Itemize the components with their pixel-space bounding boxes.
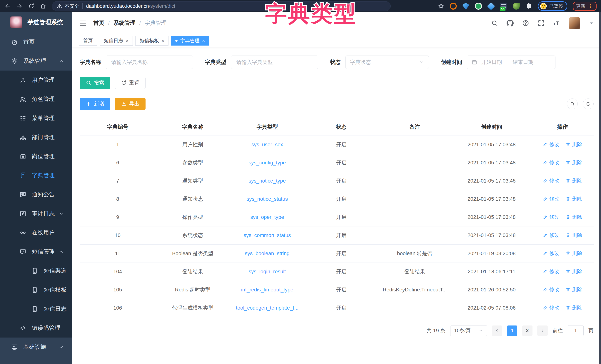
edit-link[interactable]: 修改 (543, 232, 559, 238)
edit-link[interactable]: 修改 (543, 177, 559, 184)
delete-link[interactable]: 删除 (566, 286, 582, 293)
reset-button[interactable]: 重置 (115, 77, 146, 89)
dict-type-link[interactable]: inf_redis_timeout_type (241, 287, 293, 293)
toggle-search-button[interactable] (567, 99, 578, 109)
edit-link[interactable]: 修改 (543, 250, 559, 257)
dict-type-link[interactable]: sys_notice_status (247, 196, 288, 202)
dict-type-link[interactable]: sys_login_result (249, 269, 286, 274)
edit-link[interactable]: 修改 (543, 195, 559, 202)
paused-extension-pill[interactable]: 已暂停 (538, 1, 567, 11)
user-avatar[interactable] (569, 17, 580, 29)
extension-orange-ring-icon[interactable] (450, 3, 457, 10)
browser-forward-icon[interactable] (16, 3, 23, 9)
delete-link[interactable]: 删除 (566, 214, 582, 220)
delete-link[interactable]: 删除 (566, 268, 582, 275)
fullscreen-icon[interactable] (538, 20, 545, 27)
browser-reload-icon[interactable] (28, 3, 34, 9)
header-search-icon[interactable] (491, 20, 498, 27)
page-size-select[interactable]: 10条/页 (450, 325, 487, 336)
extension-leaf-icon[interactable] (513, 3, 520, 10)
edit-link[interactable]: 修改 (543, 268, 559, 275)
date-range-picker[interactable]: 开始日期 ~ 结束日期 (467, 56, 555, 69)
sidebar-item-notice[interactable]: 通知公告 (0, 185, 72, 204)
delete-link[interactable]: 删除 (566, 304, 582, 311)
tab-字典管理[interactable]: 字典管理× (171, 36, 209, 46)
breadcrumb-item[interactable]: 首页 (93, 19, 104, 27)
delete-link[interactable]: 删除 (566, 141, 582, 148)
tab-短信模板[interactable]: 短信模板× (135, 36, 169, 46)
sidebar-item-online[interactable]: 在线用户 (0, 223, 72, 242)
dict-type-link[interactable]: sys_oper_type (250, 214, 284, 220)
sidebar-item-role[interactable]: 角色管理 (0, 90, 72, 109)
window-scrollbar[interactable] (599, 12, 601, 364)
breadcrumb-item[interactable]: 系统管理 (113, 19, 136, 27)
column-header: 字典编号 (80, 119, 156, 136)
edit-link[interactable]: 修改 (543, 159, 559, 166)
sidebar-item-dict[interactable]: 字典管理 (0, 166, 72, 185)
delete-link[interactable]: 删除 (566, 177, 582, 184)
sidebar-item-audit[interactable]: 审计日志 (0, 204, 72, 223)
close-tab-icon[interactable]: × (161, 38, 164, 43)
dict-type-link[interactable]: sys_boolean_string (245, 251, 290, 256)
delete-link[interactable]: 删除 (566, 195, 582, 202)
extension-blue-gem-icon[interactable] (462, 3, 469, 10)
dict-type-input[interactable] (231, 56, 318, 69)
extension-blue-diamond-icon[interactable] (487, 2, 495, 10)
delete-link[interactable]: 删除 (566, 159, 582, 166)
sidebar-item-dept[interactable]: 部门管理 (0, 128, 72, 147)
delete-link[interactable]: 删除 (566, 232, 582, 238)
edit-link[interactable]: 修改 (543, 214, 559, 220)
browser-menu-dots-icon[interactable]: ⋮ (588, 4, 593, 8)
app-logo-row[interactable]: 芋道管理系统 (0, 12, 72, 32)
page-button-1[interactable]: 1 (507, 325, 517, 336)
hamburger-icon[interactable] (79, 20, 87, 27)
dict-type-link[interactable]: sys_common_status (244, 232, 291, 238)
prev-page-button[interactable] (492, 325, 502, 336)
extensions-puzzle-icon[interactable] (525, 3, 532, 10)
edit-link[interactable]: 修改 (543, 304, 559, 311)
security-status[interactable]: 不安全 (57, 3, 79, 10)
edit-link[interactable]: 修改 (543, 286, 559, 293)
next-page-button[interactable] (537, 325, 548, 336)
bookmark-star-icon[interactable] (438, 3, 444, 9)
page-button-2[interactable]: 2 (522, 325, 532, 336)
search-button[interactable]: 搜索 (80, 77, 110, 89)
delete-link[interactable]: 删除 (566, 250, 582, 257)
export-button[interactable]: 导出 (115, 98, 146, 110)
extension-green-circle-icon[interactable] (475, 3, 482, 10)
avatar-caret-down-icon[interactable] (589, 20, 594, 26)
tab-首页[interactable]: 首页 (79, 36, 97, 46)
help-icon[interactable] (522, 20, 529, 27)
github-icon[interactable] (507, 20, 514, 27)
dict-name-input[interactable] (106, 56, 193, 69)
sidebar-item-sms-log[interactable]: 短信日志 (0, 299, 72, 318)
sidebar-item-sms[interactable]: 短信管理 (0, 242, 72, 261)
close-tab-icon[interactable]: × (202, 38, 205, 43)
sidebar-item-infra[interactable]: 基础设施 (0, 337, 72, 357)
tab-短信日志[interactable]: 短信日志× (100, 36, 133, 46)
browser-back-icon[interactable] (4, 3, 11, 9)
add-button[interactable]: 新增 (80, 98, 110, 110)
close-tab-icon[interactable]: × (126, 38, 129, 43)
sidebar-item-errcode[interactable]: 错误码管理 (0, 318, 72, 337)
dict-type-link[interactable]: tool_codegen_template_t... (236, 305, 299, 311)
sidebar-item-sms-template[interactable]: 短信模板 (0, 280, 72, 299)
address-bar[interactable]: 不安全 dashboard.yudao.iocoder.cn/system/di… (52, 1, 391, 11)
sidebar-item-menu[interactable]: 菜单管理 (0, 109, 72, 128)
font-size-icon[interactable]: TT (553, 20, 560, 27)
update-button[interactable]: 更新 ⋮ (573, 2, 597, 11)
sidebar-item-user[interactable]: 用户管理 (0, 71, 72, 90)
goto-page-input[interactable] (568, 325, 584, 336)
sidebar-item-sms-channel[interactable]: 短信渠道 (0, 261, 72, 280)
sidebar-item-post[interactable]: 岗位管理 (0, 147, 72, 166)
edit-link[interactable]: 修改 (543, 141, 559, 148)
sidebar-item-system[interactable]: 系统管理 (0, 51, 72, 71)
browser-home-icon[interactable] (40, 3, 46, 9)
dict-type-link[interactable]: sys_notice_type (249, 178, 286, 184)
refresh-table-button[interactable] (583, 99, 594, 109)
status-select[interactable]: 字典状态 (345, 56, 429, 69)
extension-list-icon[interactable]: on (500, 3, 507, 10)
dict-type-link[interactable]: sys_user_sex (251, 142, 283, 147)
sidebar-item-home[interactable]: 首页 (0, 32, 72, 51)
dict-type-link[interactable]: sys_config_type (249, 160, 286, 165)
